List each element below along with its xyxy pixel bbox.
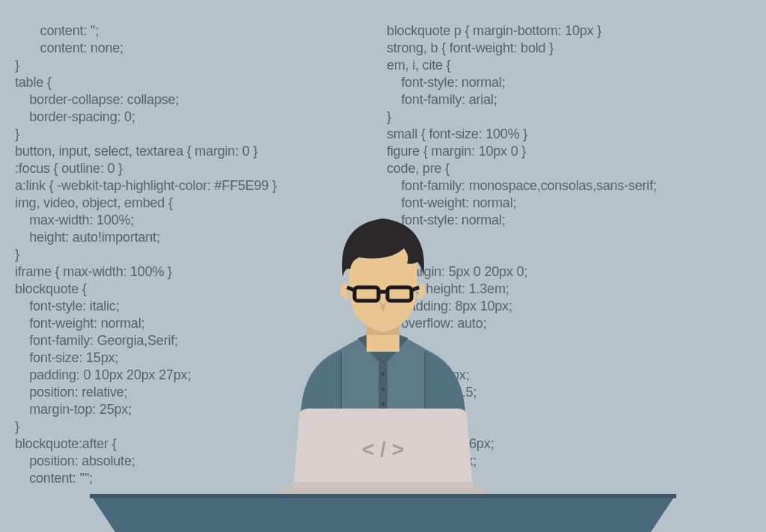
code-background: content: ''; content: none; } table { bo… (0, 0, 766, 532)
code-column-left: content: ''; content: none; } table { bo… (15, 22, 379, 532)
code-column-right: blockquote p { margin-bottom: 10px } str… (379, 22, 751, 532)
